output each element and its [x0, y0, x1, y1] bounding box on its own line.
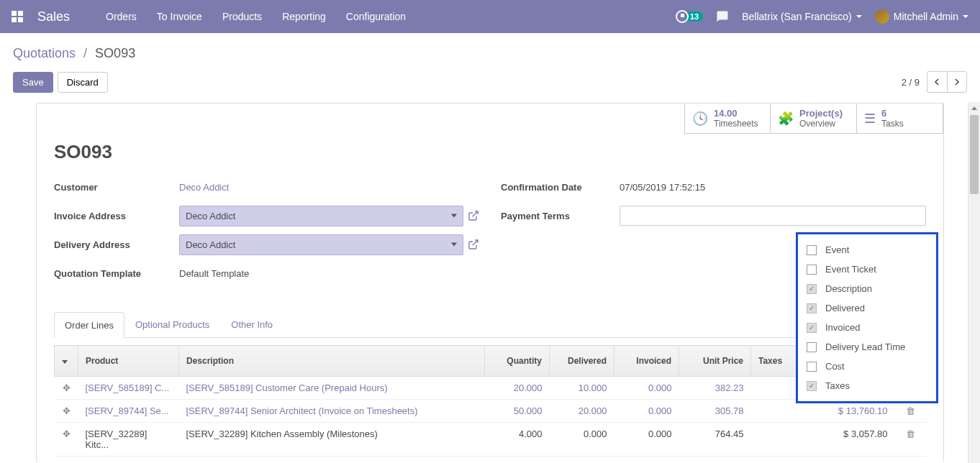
drag-handle-icon[interactable]: ✥ — [63, 382, 71, 393]
tab-order-lines[interactable]: Order Lines — [54, 312, 124, 338]
th-product[interactable]: Product — [78, 346, 179, 377]
cell-quantity[interactable]: 4.000 — [485, 422, 550, 456]
nav-configuration[interactable]: Configuration — [346, 11, 406, 22]
cell-delivered[interactable]: 0.000 — [550, 422, 614, 456]
breadcrumb-current: SO093 — [95, 46, 135, 60]
label-delivery-address: Delivery Address — [54, 239, 179, 250]
invoice-address-select[interactable]: Deco Addict — [179, 206, 463, 226]
table-row[interactable]: ✥[SERV_89744] Se...[SERV_89744] Senior A… — [55, 399, 926, 422]
drag-handle-icon[interactable]: ✥ — [63, 428, 71, 439]
cell-unit-price[interactable]: 305.78 — [679, 399, 751, 422]
cell-unit-price[interactable]: 382.23 — [679, 376, 751, 399]
tab-other-info[interactable]: Other Info — [220, 311, 283, 337]
cell-description[interactable]: [SERV_89744] Senior Architect (Invoice o… — [179, 399, 485, 422]
breadcrumb-root[interactable]: Quotations — [13, 46, 76, 60]
add-section-link[interactable]: Add a section — [138, 462, 201, 463]
stat-buttons: 🕓 14.00 Timesheets 🧩 Project(s) Overview… — [37, 104, 943, 134]
company-name: Bellatrix (San Francisco) — [742, 11, 852, 22]
chevron-right-icon — [953, 78, 961, 86]
dropdown-item[interactable]: Taxes — [807, 376, 927, 395]
discard-button[interactable]: Discard — [58, 72, 108, 93]
cell-product[interactable]: [SERV_585189] C... — [78, 376, 179, 399]
delivery-address-select[interactable]: Deco Addict — [179, 234, 463, 255]
cell-unit-price[interactable]: 764.45 — [679, 422, 751, 456]
cell-delivered[interactable]: 20.000 — [550, 399, 614, 422]
delete-row-button[interactable]: 🗑 — [895, 422, 926, 456]
dropdown-label: Cost — [825, 361, 845, 372]
label-quotation-template: Quotation Template — [54, 268, 179, 279]
chat-icon[interactable] — [716, 10, 729, 23]
company-select[interactable]: Bellatrix (San Francisco) — [742, 11, 862, 22]
vertical-scrollbar[interactable] — [968, 102, 980, 463]
th-handle — [55, 346, 78, 377]
apps-icon[interactable] — [12, 11, 23, 22]
th-unit-price[interactable]: Unit Price — [679, 346, 751, 377]
pager-next-button[interactable] — [947, 71, 967, 93]
cell-product[interactable]: [SERV_32289] Kitc... — [78, 422, 179, 456]
user-menu[interactable]: Mitchell Admin — [875, 9, 968, 24]
dropdown-item[interactable]: Delivery Lead Time — [807, 337, 927, 357]
nav-reporting[interactable]: Reporting — [282, 11, 326, 22]
user-name: Mitchell Admin — [894, 11, 958, 22]
dropdown-item[interactable]: Event Ticket — [807, 260, 927, 279]
add-product-link[interactable]: Add a product — [61, 462, 128, 463]
checkbox-icon[interactable] — [807, 342, 817, 352]
stat-tasks[interactable]: ☰ 6 Tasks — [857, 104, 943, 134]
pager-prev-button[interactable] — [927, 71, 947, 93]
checkbox-checked-icon[interactable] — [807, 284, 817, 294]
dropdown-item[interactable]: Delivered — [807, 298, 927, 318]
scroll-up-icon[interactable] — [968, 102, 980, 114]
scrollbar-thumb[interactable] — [970, 115, 979, 194]
cell-invoiced[interactable]: 0.000 — [614, 422, 679, 456]
stat-timesheets[interactable]: 🕓 14.00 Timesheets — [684, 104, 771, 134]
cell-product[interactable]: [SERV_89744] Se... — [78, 399, 179, 422]
payment-terms-input[interactable] — [620, 206, 926, 226]
cell-delivered[interactable]: 10.000 — [550, 376, 614, 399]
dropdown-item[interactable]: Invoiced — [807, 318, 927, 337]
external-link-icon[interactable] — [468, 239, 479, 250]
cell-description[interactable]: [SERV_32289] Kitchen Assembly (Milestone… — [179, 422, 485, 456]
cell-invoiced[interactable]: 0.000 — [614, 376, 679, 399]
svg-line-0 — [473, 211, 478, 216]
svg-line-1 — [473, 240, 478, 245]
dropdown-item[interactable]: Description — [807, 279, 927, 298]
checkbox-icon[interactable] — [807, 265, 817, 275]
add-note-link[interactable]: Add a note — [211, 462, 262, 463]
checkbox-checked-icon[interactable] — [807, 303, 817, 313]
chevron-left-icon — [934, 78, 941, 86]
th-delivered[interactable]: Delivered — [550, 346, 614, 377]
cell-subtotal: $ 3,057.80 — [809, 422, 895, 456]
timer-badge[interactable]: 13 — [676, 10, 703, 23]
external-link-icon[interactable] — [468, 210, 479, 221]
th-invoiced[interactable]: Invoiced — [614, 346, 679, 377]
label-confirmation-date: Confirmation Date — [501, 182, 620, 193]
customer-value[interactable]: Deco Addict — [179, 182, 229, 193]
cell-quantity[interactable]: 50.000 — [485, 399, 550, 422]
cell-invoiced[interactable]: 0.000 — [614, 399, 679, 422]
cell-description[interactable]: [SERV_585189] Customer Care (Prepaid Hou… — [179, 376, 485, 399]
checkbox-checked-icon[interactable] — [807, 381, 817, 391]
th-description[interactable]: Description — [179, 346, 485, 377]
checkbox-icon[interactable] — [807, 362, 817, 372]
checkbox-checked-icon[interactable] — [807, 323, 817, 333]
table-row[interactable]: ✥[SERV_585189] C...[SERV_585189] Custome… — [55, 376, 926, 399]
drag-handle-icon[interactable]: ✥ — [63, 405, 71, 416]
dropdown-item[interactable]: Cost — [807, 357, 927, 376]
checkbox-icon[interactable] — [807, 245, 817, 255]
nav-orders[interactable]: Orders — [106, 11, 137, 22]
th-quantity[interactable]: Quantity — [485, 346, 550, 377]
quotation-template-value: Default Template — [179, 268, 249, 279]
brand-title[interactable]: Sales — [37, 9, 70, 24]
columns-dropdown: EventEvent TicketDescriptionDeliveredInv… — [796, 232, 938, 403]
cell-quantity[interactable]: 20.000 — [485, 376, 550, 399]
table-row[interactable]: ✥[SERV_32289] Kitc...[SERV_32289] Kitche… — [55, 422, 926, 456]
nav-products[interactable]: Products — [222, 11, 262, 22]
dropdown-item[interactable]: Event — [807, 240, 927, 260]
chevron-down-icon[interactable] — [62, 360, 68, 364]
save-button[interactable]: Save — [13, 72, 53, 93]
cell-taxes[interactable] — [751, 422, 809, 456]
tab-optional-products[interactable]: Optional Products — [124, 311, 220, 337]
stat-projects[interactable]: 🧩 Project(s) Overview — [771, 104, 857, 134]
dropdown-label: Event — [825, 244, 849, 255]
nav-to-invoice[interactable]: To Invoice — [157, 11, 202, 22]
